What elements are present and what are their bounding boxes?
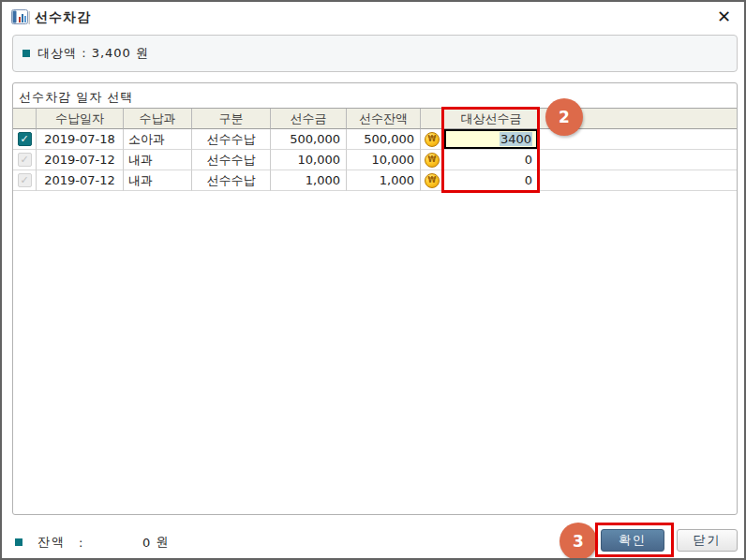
target-amount-input[interactable]: 3400 — [444, 129, 538, 149]
cell-coin: ₩ — [421, 129, 444, 150]
row-checkbox-cell[interactable]: ✓ — [13, 129, 37, 150]
table-row[interactable]: ✓ 2019-07-12 내과 선수수납 1,000 1,000 ₩ 0 — [13, 170, 737, 191]
header-balance[interactable]: 선수잔액 — [347, 109, 421, 129]
teal-bullet-icon — [15, 538, 22, 546]
cell-target[interactable]: 0 — [444, 170, 539, 191]
table-header-row: 수납일자 수납과 구분 선수금 선수잔액 대상선수금 — [13, 109, 737, 129]
cell-amount: 10,000 — [271, 150, 347, 170]
coin-icon: ₩ — [425, 153, 440, 168]
confirm-button[interactable]: 확인 — [601, 529, 664, 552]
close-icon[interactable]: ✕ — [717, 7, 731, 27]
cell-type: 선수수납 — [192, 150, 271, 170]
header-coin — [421, 109, 444, 129]
cell-coin: ₩ — [421, 150, 444, 170]
chart-window-icon — [11, 9, 30, 25]
annotation-step-3: 3 — [560, 523, 597, 560]
balance-row: 잔액 : 0 원 — [15, 534, 168, 551]
cell-balance: 500,000 — [347, 129, 421, 150]
balance-value: 0 — [82, 536, 150, 550]
checkbox-checked-icon[interactable]: ✓ — [18, 132, 32, 146]
target-amount-panel: 대상액 : 3,400 원 — [12, 35, 738, 72]
coin-icon: ₩ — [425, 173, 440, 188]
row-checkbox-cell[interactable]: ✓ — [13, 170, 37, 191]
cell-type: 선수수납 — [192, 170, 271, 191]
cell-amount: 1,000 — [271, 170, 347, 191]
header-checkbox — [13, 109, 37, 129]
row-checkbox-cell[interactable]: ✓ — [13, 150, 37, 170]
date-select-section: 선수차감 일자 선택 수납일자 수납과 구분 선수금 선수잔액 대상선수금 ✓ … — [12, 82, 738, 515]
input-selected-text: 3400 — [500, 132, 532, 146]
checkbox-disabled-icon: ✓ — [18, 173, 32, 187]
cell-target[interactable]: 0 — [444, 150, 539, 170]
table-row[interactable]: ✓ 2019-07-12 내과 선수수납 10,000 10,000 ₩ 0 — [13, 150, 737, 170]
prepayment-table: 수납일자 수납과 구분 선수금 선수잔액 대상선수금 ✓ 2019-07-18 … — [13, 108, 737, 191]
title-bar: 선수차감 ✕ — [2, 2, 744, 32]
cell-filler — [539, 150, 737, 170]
annotation-step-2: 2 — [545, 98, 583, 136]
cell-dept: 소아과 — [124, 129, 192, 150]
cell-coin: ₩ — [421, 170, 444, 191]
target-amount-text: 대상액 : 3,400 원 — [37, 45, 149, 62]
table-row[interactable]: ✓ 2019-07-18 소아과 선수수납 500,000 500,000 ₩ … — [13, 129, 737, 150]
cell-type: 선수수납 — [192, 129, 271, 150]
header-target[interactable]: 대상선수금 — [444, 109, 539, 129]
balance-label: 잔액 — [37, 534, 66, 551]
cell-dept: 내과 — [124, 150, 192, 170]
dialog-window: 선수차감 ✕ 대상액 : 3,400 원 선수차감 일자 선택 수납일자 수납과… — [0, 0, 746, 560]
cell-amount: 500,000 — [271, 129, 347, 150]
cell-date: 2019-07-12 — [37, 150, 124, 170]
section-title: 선수차감 일자 선택 — [19, 89, 133, 106]
header-date[interactable]: 수납일자 — [37, 109, 124, 129]
cell-balance: 1,000 — [347, 170, 421, 191]
teal-bullet-icon — [22, 50, 30, 57]
cell-dept: 내과 — [124, 170, 192, 191]
header-type[interactable]: 구분 — [192, 109, 271, 129]
balance-unit: 원 — [156, 534, 168, 551]
checkbox-disabled-icon: ✓ — [18, 153, 32, 167]
coin-icon: ₩ — [425, 132, 440, 147]
cell-filler — [539, 170, 737, 191]
header-amount[interactable]: 선수금 — [271, 109, 347, 129]
cell-target[interactable]: 3400 — [444, 129, 539, 150]
close-button[interactable]: 닫기 — [677, 529, 738, 552]
header-dept[interactable]: 수납과 — [124, 109, 192, 129]
cell-date: 2019-07-18 — [37, 129, 124, 150]
cell-date: 2019-07-12 — [37, 170, 124, 191]
dialog-title: 선수차감 — [35, 9, 91, 26]
cell-balance: 10,000 — [347, 150, 421, 170]
